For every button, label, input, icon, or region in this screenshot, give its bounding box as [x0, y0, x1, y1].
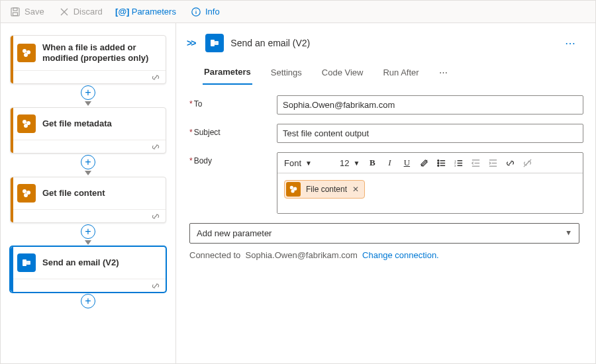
save-button[interactable]: Save: [3, 1, 51, 23]
tab-runafter[interactable]: Run After: [381, 61, 420, 84]
parameters-button[interactable]: [@] Parameters: [111, 1, 183, 23]
to-label: *To: [189, 95, 269, 109]
outlook-icon: [17, 253, 36, 272]
card-title: Send an email (V2): [42, 257, 119, 268]
arrow-down-icon: [85, 171, 91, 175]
italic-button[interactable]: I: [381, 154, 398, 171]
body-label: *Body: [189, 152, 269, 165]
card-accent: [11, 36, 13, 83]
detail-panel: >> Send an email (V2) ⋯ Parameters Setti…: [176, 23, 595, 363]
collapse-panel-button[interactable]: >>: [183, 36, 199, 50]
discard-icon: [59, 7, 70, 17]
card-title: Get file content: [42, 188, 105, 199]
subject-input[interactable]: [277, 124, 583, 143]
card-accent: [11, 177, 13, 222]
outlook-icon: [205, 34, 224, 52]
edge: +: [10, 294, 166, 308]
info-label: Info: [205, 7, 220, 17]
flow-card-email[interactable]: Send an email (V2): [10, 246, 166, 293]
card-title: When a file is added or modified (proper…: [42, 42, 159, 64]
svg-rect-2: [13, 13, 18, 16]
tab-parameters[interactable]: Parameters: [203, 60, 252, 85]
sharepoint-icon: [17, 114, 36, 133]
font-select[interactable]: Font ▼: [280, 156, 336, 171]
edge: +: [10, 224, 166, 245]
add-step-button[interactable]: +: [81, 294, 95, 308]
save-label: Save: [25, 7, 44, 17]
detail-title: Send an email (V2): [230, 38, 554, 48]
info-button[interactable]: Info: [184, 1, 226, 23]
unlink-button[interactable]: [519, 154, 536, 171]
size-select-label: 12: [340, 158, 349, 168]
svg-rect-0: [11, 8, 19, 16]
chevron-down-icon: ▼: [305, 159, 312, 167]
chevron-down-icon: ▲: [565, 230, 572, 238]
bullet-list-button[interactable]: [432, 154, 450, 171]
info-icon: [191, 7, 201, 17]
svg-text:3: 3: [454, 164, 456, 167]
outdent-button[interactable]: [467, 154, 484, 171]
svg-point-23: [438, 162, 439, 163]
link-icon: [151, 281, 160, 291]
svg-rect-17: [23, 259, 26, 266]
edge: +: [10, 155, 166, 175]
svg-line-39: [524, 159, 531, 166]
svg-point-11: [23, 120, 26, 124]
svg-rect-1: [13, 8, 17, 11]
card-accent: [11, 108, 13, 153]
size-select[interactable]: 12 ▼: [336, 156, 364, 171]
add-step-button[interactable]: +: [81, 224, 95, 239]
to-label-text: To: [194, 99, 203, 109]
svg-rect-18: [26, 261, 30, 265]
chevron-down-icon: ▼: [353, 159, 360, 167]
link-icon: [151, 212, 160, 221]
body-editor[interactable]: Font ▼ 12 ▼ B I U: [277, 152, 583, 214]
flow-card-content[interactable]: Get file content: [10, 177, 166, 223]
tab-more[interactable]: ⋯: [438, 61, 450, 84]
token-label: File content: [306, 185, 347, 194]
tab-settings[interactable]: Settings: [270, 61, 303, 84]
flow-card-metadata[interactable]: Get file metadata: [10, 107, 166, 154]
sharepoint-icon: [17, 184, 36, 203]
svg-rect-20: [215, 41, 219, 45]
to-input[interactable]: [277, 95, 583, 114]
add-step-button[interactable]: +: [81, 85, 95, 100]
sharepoint-icon: [17, 44, 36, 62]
add-step-button[interactable]: +: [81, 155, 95, 169]
detail-tabs: Parameters Settings Code View Run After …: [180, 60, 583, 85]
arrow-down-icon: [85, 101, 91, 106]
arrow-down-icon: [85, 240, 91, 245]
bold-button[interactable]: B: [364, 154, 381, 171]
body-label-text: Body: [194, 156, 212, 165]
flow-card-trigger[interactable]: When a file is added or modified (proper…: [10, 35, 166, 84]
save-icon: [10, 7, 21, 17]
dynamic-token-file-content[interactable]: File content ✕: [284, 180, 365, 199]
link-button[interactable]: [501, 154, 519, 171]
svg-point-42: [291, 189, 295, 193]
svg-point-16: [24, 193, 28, 197]
card-title: Get file metadata: [42, 118, 112, 129]
text-color-button[interactable]: [415, 154, 432, 171]
flow-canvas: When a file is added or modified (proper…: [1, 23, 176, 363]
underline-button[interactable]: U: [398, 154, 415, 171]
parameters-icon: [@]: [117, 7, 128, 17]
token-remove-button[interactable]: ✕: [352, 185, 359, 194]
indent-button[interactable]: [484, 154, 501, 171]
svg-point-14: [23, 189, 26, 193]
body-editor-content[interactable]: File content ✕: [277, 173, 583, 213]
discard-button[interactable]: Discard: [52, 1, 109, 23]
app-toolbar: Save Discard [@] Parameters Info: [1, 1, 595, 23]
card-accent: [11, 247, 13, 292]
connected-account: Sophia.Owen@fabrikam.com: [246, 250, 358, 260]
tab-codeview[interactable]: Code View: [321, 61, 365, 84]
sharepoint-icon: [286, 182, 301, 197]
subject-label-text: Subject: [194, 128, 221, 137]
connected-prefix: Connected to: [189, 250, 240, 260]
subject-label: *Subject: [189, 124, 269, 137]
svg-point-13: [24, 124, 28, 128]
svg-point-8: [23, 49, 26, 53]
change-connection-link[interactable]: Change connection.: [362, 250, 439, 260]
number-list-button[interactable]: 123: [450, 154, 467, 171]
add-parameter-dropdown[interactable]: Add new parameter ▲: [189, 223, 579, 244]
detail-more-button[interactable]: ⋯: [561, 34, 581, 52]
